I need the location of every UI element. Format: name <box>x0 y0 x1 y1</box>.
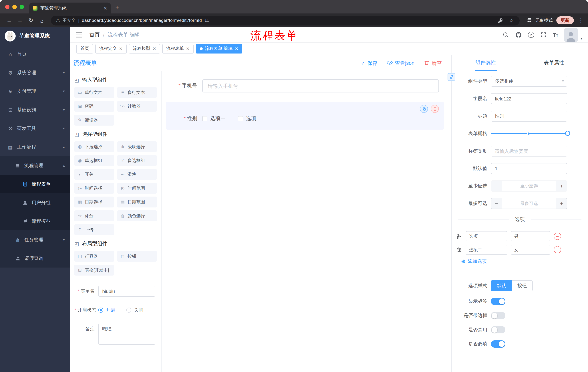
status-off-radio[interactable]: 关闭 <box>126 307 143 313</box>
component-chip-slider[interactable]: ⊸滑块 <box>117 169 157 180</box>
sidebar-item-task-management[interactable]: ⋔ 任务管理 ▾ <box>0 230 70 249</box>
sidebar-item-workflow[interactable]: ▦ 工作流程 ▴ <box>0 138 70 156</box>
browser-menu-icon[interactable]: ⋮ <box>578 17 584 24</box>
drag-handle-icon[interactable] <box>456 247 462 253</box>
component-chip-multi-line-text[interactable]: ≡多行文本 <box>117 87 157 98</box>
option-value-input[interactable] <box>511 231 550 241</box>
title-input[interactable] <box>491 111 567 122</box>
gender-option1-checkbox[interactable]: 选项一 <box>202 115 226 122</box>
component-chip-editor[interactable]: ✎编辑器 <box>74 115 114 126</box>
option-name-input[interactable] <box>466 244 507 255</box>
component-chip-single-line-text[interactable]: ▭单行文本 <box>74 87 114 98</box>
password-key-icon[interactable] <box>497 17 504 24</box>
slider-handle[interactable] <box>565 131 570 136</box>
help-icon[interactable]: ? <box>528 32 534 38</box>
address-bar[interactable]: ⚠ 不安全 | dashboard.yudao.iocoder.cn/bpm/m… <box>51 15 520 25</box>
close-icon[interactable]: ✕ <box>152 46 156 51</box>
component-chip-time-range[interactable]: ◴时间范围 <box>117 183 157 194</box>
tag-process-definition[interactable]: 流程定义 ✕ <box>95 44 127 53</box>
component-chip-switch[interactable]: ◐开关 <box>74 169 114 180</box>
option-value-input[interactable] <box>511 244 550 255</box>
tag-process-model[interactable]: 流程模型 ✕ <box>129 44 160 53</box>
component-chip-upload[interactable]: ↥上传 <box>74 224 114 235</box>
component-chip-password[interactable]: ▣密码 <box>74 101 114 112</box>
decrease-button[interactable]: − <box>491 181 502 191</box>
remove-option-button[interactable]: − <box>554 246 561 253</box>
bookmark-star-icon[interactable]: ☆ <box>508 17 514 24</box>
minimize-window-button[interactable] <box>12 5 17 9</box>
has-border-toggle[interactable] <box>491 312 505 319</box>
hamburger-icon[interactable] <box>76 32 83 38</box>
component-chip-row-container[interactable]: ◫行容器 <box>74 251 114 262</box>
browser-tab[interactable]: 芋道管理系统 ✕ <box>29 2 111 13</box>
increase-button[interactable]: + <box>556 181 567 191</box>
option-name-input[interactable] <box>466 231 507 241</box>
close-icon[interactable]: ✕ <box>235 46 238 51</box>
max-select-input[interactable] <box>502 198 556 209</box>
component-type-select[interactable]: ▾ <box>491 76 567 87</box>
tag-process-form[interactable]: 流程表单 ✕ <box>162 44 194 53</box>
component-chip-checkbox-group[interactable]: ☑多选框组 <box>117 155 157 166</box>
phone-field[interactable]: 手机号 <box>166 79 439 93</box>
breadcrumb-home[interactable]: 首页 <box>90 32 100 38</box>
increase-button[interactable]: + <box>556 198 567 209</box>
sidebar-item-home[interactable]: ⌂ 首页 <box>0 45 70 63</box>
component-chip-dropdown-select[interactable]: ◎下拉选择 <box>74 141 114 152</box>
component-chip-table[interactable]: ⊞表格[开发中] <box>74 265 114 276</box>
home-icon[interactable]: ⌂ <box>37 16 47 25</box>
link-icon[interactable] <box>448 73 455 81</box>
tag-home[interactable]: 首页 <box>76 44 93 53</box>
component-chip-date-range[interactable]: ▤日期范围 <box>117 197 157 207</box>
avatar-caret-icon[interactable]: ▾ <box>580 37 582 40</box>
component-chip-radio-group[interactable]: ◉单选框组 <box>74 155 114 166</box>
sidebar-item-infrastructure[interactable]: ⊡ 基础设施 ▾ <box>0 100 70 119</box>
component-chip-time-picker[interactable]: ◷时间选择 <box>74 183 114 194</box>
min-select-input[interactable] <box>502 181 556 191</box>
github-icon[interactable] <box>515 32 522 38</box>
form-remark-textarea[interactable]: 嘿嘿 <box>98 324 155 345</box>
font-size-icon[interactable]: TT <box>553 32 558 38</box>
show-label-toggle[interactable] <box>491 298 505 305</box>
component-chip-cascade-select[interactable]: ⋔级联选择 <box>117 141 157 152</box>
sidebar-item-leave-query[interactable]: 请假查询 <box>0 249 70 267</box>
tab-close-icon[interactable]: ✕ <box>103 5 107 11</box>
sidebar-item-process-model[interactable]: 流程模型 <box>0 212 70 230</box>
required-toggle[interactable] <box>491 340 505 348</box>
component-chip-button[interactable]: ◻按钮 <box>117 251 157 262</box>
avatar[interactable] <box>564 28 578 42</box>
remove-option-button[interactable]: − <box>554 233 561 240</box>
sidebar-item-system[interactable]: ⚙ 系统管理 ▾ <box>0 63 70 82</box>
close-icon[interactable]: ✕ <box>119 46 123 51</box>
update-browser-button[interactable]: 更新 <box>556 16 574 24</box>
phone-field-input[interactable] <box>202 79 439 93</box>
component-chip-counter[interactable]: 123计数器 <box>117 101 157 112</box>
clear-button[interactable]: 清空 <box>424 60 442 66</box>
sidebar-item-process-management[interactable]: ≣ 流程管理 ▴ <box>0 156 70 175</box>
forward-icon[interactable]: → <box>15 16 25 25</box>
sidebar-item-devtools[interactable]: ⚒ 研发工具 ▾ <box>0 119 70 138</box>
decrease-button[interactable]: − <box>491 198 502 209</box>
duplicate-component-button[interactable] <box>420 105 428 113</box>
back-icon[interactable]: ← <box>4 16 14 25</box>
component-chip-color-picker[interactable]: ◍颜色选择 <box>117 210 157 221</box>
search-icon[interactable] <box>502 32 509 38</box>
style-button-button[interactable]: 按钮 <box>512 280 533 291</box>
slider-track[interactable] <box>491 133 567 134</box>
field-name-input[interactable] <box>491 93 567 104</box>
gender-field-selected[interactable]: 性别 选项一 选项二 <box>166 102 444 130</box>
fullscreen-icon[interactable] <box>540 32 547 38</box>
sidebar-item-user-group[interactable]: 用户分组 <box>0 193 70 212</box>
disabled-toggle[interactable] <box>491 326 505 333</box>
add-option-button[interactable]: ⊕ 添加选项 <box>461 258 588 265</box>
style-default-button[interactable]: 默认 <box>491 280 512 291</box>
zoom-window-button[interactable] <box>20 5 24 9</box>
save-button[interactable]: ✓ 保存 <box>361 60 377 66</box>
delete-component-button[interactable] <box>431 105 439 113</box>
tag-process-form-edit[interactable]: 流程表单-编辑 ✕ <box>196 44 242 53</box>
view-json-button[interactable]: 查看json <box>387 60 414 67</box>
label-width-input[interactable] <box>491 146 567 157</box>
tab-form-props[interactable]: 表单属性 <box>520 55 588 71</box>
form-grid-slider[interactable] <box>491 128 567 139</box>
sidebar-item-payment[interactable]: ¥ 支付管理 ▾ <box>0 82 70 100</box>
gender-option2-checkbox[interactable]: 选项二 <box>238 115 261 122</box>
